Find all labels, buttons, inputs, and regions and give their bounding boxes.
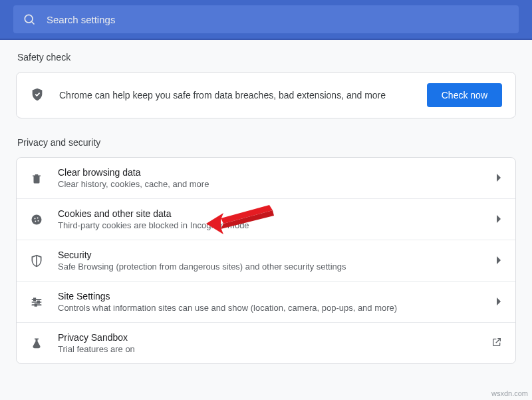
row-title: Security bbox=[58, 250, 482, 260]
chevron-right-icon bbox=[497, 214, 502, 225]
privacy-security-card: Clear browsing data Clear history, cooki… bbox=[16, 157, 516, 364]
row-labels: Cookies and other site data Third-party … bbox=[58, 208, 482, 230]
tune-icon bbox=[30, 296, 43, 309]
svg-point-0 bbox=[25, 15, 33, 23]
site-settings-row[interactable]: Site Settings Controls what information … bbox=[17, 281, 515, 322]
search-bar bbox=[0, 0, 532, 40]
privacy-sandbox-row[interactable]: Privacy Sandbox Trial features are on bbox=[17, 322, 515, 363]
open-in-new-icon bbox=[491, 337, 502, 349]
search-icon bbox=[23, 13, 36, 26]
safety-check-heading: Safety check bbox=[17, 52, 516, 63]
svg-point-6 bbox=[38, 220, 39, 221]
svg-point-2 bbox=[32, 214, 42, 224]
chevron-right-icon bbox=[497, 297, 502, 307]
svg-rect-12 bbox=[35, 303, 37, 305]
search-input[interactable] bbox=[47, 14, 509, 25]
settings-content: Safety check Chrome can help keep you sa… bbox=[0, 40, 532, 364]
svg-line-1 bbox=[32, 22, 35, 25]
svg-rect-11 bbox=[38, 301, 40, 303]
svg-rect-10 bbox=[34, 298, 36, 300]
row-labels: Site Settings Controls what information … bbox=[58, 291, 482, 313]
flask-icon bbox=[30, 337, 43, 350]
shield-icon bbox=[30, 254, 43, 268]
row-subtitle: Third-party cookies are blocked in Incog… bbox=[58, 220, 482, 230]
svg-point-3 bbox=[34, 218, 35, 219]
security-row[interactable]: Security Safe Browsing (protection from … bbox=[17, 240, 515, 281]
search-field[interactable] bbox=[13, 5, 519, 33]
chevron-right-icon bbox=[497, 256, 502, 266]
cookie-icon bbox=[30, 213, 43, 226]
row-title: Site Settings bbox=[58, 291, 482, 301]
trash-icon bbox=[30, 172, 43, 184]
svg-point-5 bbox=[35, 220, 36, 222]
svg-point-4 bbox=[37, 217, 39, 218]
clear-browsing-data-row[interactable]: Clear browsing data Clear history, cooki… bbox=[17, 158, 515, 198]
chevron-right-icon bbox=[497, 173, 502, 184]
privacy-security-heading: Privacy and security bbox=[17, 137, 516, 148]
row-subtitle: Safe Browsing (protection from dangerous… bbox=[58, 262, 482, 272]
safety-check-row: Chrome can help keep you safe from data … bbox=[17, 73, 515, 118]
row-labels: Privacy Sandbox Trial features are on bbox=[58, 332, 477, 354]
row-subtitle: Clear history, cookies, cache, and more bbox=[58, 179, 482, 189]
safety-check-text: Chrome can help keep you safe from data … bbox=[59, 90, 412, 100]
row-title: Privacy Sandbox bbox=[58, 332, 477, 343]
row-labels: Clear browsing data Clear history, cooki… bbox=[58, 167, 482, 189]
row-title: Clear browsing data bbox=[58, 167, 482, 178]
row-title: Cookies and other site data bbox=[58, 208, 482, 219]
row-subtitle: Controls what information sites can use … bbox=[58, 303, 482, 313]
safety-check-card: Chrome can help keep you safe from data … bbox=[16, 72, 516, 118]
row-labels: Security Safe Browsing (protection from … bbox=[58, 250, 482, 272]
row-subtitle: Trial features are on bbox=[58, 344, 477, 354]
shield-check-icon bbox=[30, 87, 45, 104]
check-now-button[interactable]: Check now bbox=[427, 83, 502, 107]
cookies-row[interactable]: Cookies and other site data Third-party … bbox=[17, 198, 515, 240]
watermark: wsxdn.com bbox=[491, 389, 528, 397]
svg-rect-13 bbox=[35, 338, 39, 339]
